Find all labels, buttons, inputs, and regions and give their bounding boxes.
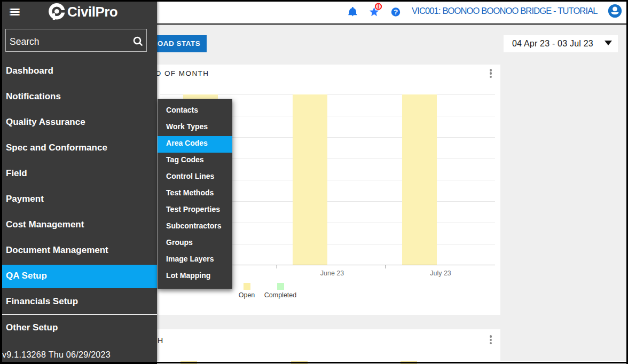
svg-text:?: ? [394, 8, 398, 16]
svg-text:i: i [378, 3, 379, 10]
